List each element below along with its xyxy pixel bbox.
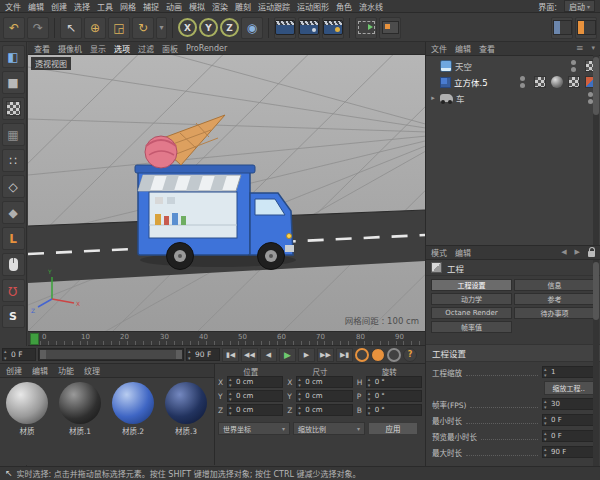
material-item[interactable]: 材质.3 [162, 382, 210, 436]
tab-info[interactable]: 信息 [514, 279, 595, 291]
viewport-canvas[interactable]: Y X Z 透视视图 网格间距 : 100 cm [28, 55, 425, 331]
mat-menu-create[interactable]: 创建 [6, 365, 22, 376]
mat-menu-edit[interactable]: 编辑 [32, 365, 48, 376]
material-preview-sphere[interactable] [165, 382, 207, 424]
render-view-button[interactable] [274, 17, 296, 39]
filter-menu-icon[interactable]: ≡ [576, 44, 584, 53]
help-button[interactable]: ? [403, 348, 417, 362]
view-label[interactable]: 透视视图 [31, 57, 71, 70]
render-settings-button[interactable] [322, 17, 344, 39]
vp-menu-panel[interactable]: 面板 [162, 43, 178, 54]
previous-key-button[interactable] [241, 348, 258, 362]
range-grip-right[interactable] [176, 350, 182, 359]
menu-motion-tracker[interactable]: 运动跟踪 [258, 1, 290, 12]
next-key-button[interactable] [317, 348, 334, 362]
menu-simulate[interactable]: 模拟 [189, 1, 205, 12]
live-selection-button[interactable] [60, 17, 82, 39]
range-grip-left[interactable] [40, 350, 46, 359]
material-item[interactable]: 材质.2 [109, 382, 157, 436]
visibility-dots[interactable] [571, 60, 576, 72]
current-frame-field[interactable]: 0 F [2, 348, 36, 361]
om-menu-file[interactable]: 文件 [431, 43, 447, 54]
coord-system-select[interactable]: 世界坐标 [218, 422, 290, 435]
position-y-field[interactable]: 0 cm [227, 390, 283, 402]
sound-toggle-button[interactable] [387, 348, 401, 362]
object-row-car[interactable]: 车 [426, 90, 600, 106]
attributes-scrollbar[interactable] [593, 260, 599, 466]
tab-dynamics[interactable]: 动力学 [431, 293, 512, 305]
mode-menu[interactable]: 模式 [431, 247, 447, 258]
make-editable-button[interactable] [2, 45, 25, 68]
size-z-field[interactable]: 0 cm [296, 404, 352, 416]
menu-file[interactable]: 文件 [5, 1, 21, 12]
material-preview-sphere[interactable] [112, 382, 154, 424]
menu-snap[interactable]: 捕捉 [143, 1, 159, 12]
layout-a-button[interactable] [551, 17, 573, 39]
project-scale-field[interactable]: 1 [542, 366, 594, 378]
om-menu-edit[interactable]: 编辑 [455, 43, 471, 54]
rotation-h-field[interactable]: 0 ° [366, 376, 422, 388]
position-z-field[interactable]: 0 cm [227, 404, 283, 416]
layout-b-button[interactable] [575, 17, 597, 39]
menu-tools[interactable]: 工具 [97, 1, 113, 12]
previous-frame-button[interactable] [260, 348, 277, 362]
texture-tag-icon[interactable] [534, 76, 546, 88]
scrollbar-thumb[interactable] [593, 57, 599, 115]
expand-arrow-icon[interactable] [429, 95, 437, 102]
material-preview-sphere[interactable] [6, 382, 48, 424]
menu-edit[interactable]: 编辑 [28, 1, 44, 12]
menu-mesh[interactable]: 网格 [120, 1, 136, 12]
object-row-cube[interactable]: 立方体.5 [426, 74, 600, 90]
rotate-tool-button[interactable] [132, 17, 154, 39]
scale-mode-select[interactable]: 缩放比例 [293, 422, 365, 435]
lock-x-axis-button[interactable]: X [178, 18, 197, 37]
menu-sculpt[interactable]: 雕刻 [235, 1, 251, 12]
menu-create[interactable]: 创建 [51, 1, 67, 12]
vp-menu-camera[interactable]: 摄像机 [58, 43, 82, 54]
edges-mode-button[interactable] [2, 175, 25, 198]
model-mode-button[interactable] [2, 71, 25, 94]
forward-arrow-icon[interactable] [575, 249, 580, 256]
lock-y-axis-button[interactable]: Y [199, 18, 218, 37]
points-mode-button[interactable] [2, 149, 25, 172]
section-project-settings[interactable]: 工程设置 [426, 344, 600, 362]
back-arrow-icon[interactable] [561, 249, 566, 256]
timeline-range-slider[interactable] [38, 348, 184, 361]
tab-framerate[interactable]: 帧率值 [431, 321, 512, 333]
vp-menu-display[interactable]: 显示 [90, 43, 106, 54]
object-manager-scrollbar[interactable] [593, 55, 599, 245]
min-time-field[interactable]: 0 F [542, 414, 594, 426]
render-queue-button[interactable] [379, 17, 401, 39]
texture-tag-icon[interactable] [568, 76, 580, 88]
material-item[interactable]: 材质 [3, 382, 51, 436]
vp-menu-options[interactable]: 选项 [114, 43, 130, 54]
goto-end-button[interactable] [336, 348, 353, 362]
visibility-dots[interactable] [520, 76, 525, 88]
polygons-mode-button[interactable] [2, 201, 25, 224]
phong-tag-icon[interactable] [551, 76, 563, 88]
viewport-solo-button[interactable] [2, 253, 25, 276]
texture-mode-button[interactable] [2, 97, 25, 120]
mat-menu-function[interactable]: 功能 [58, 365, 74, 376]
redo-button[interactable] [27, 17, 49, 39]
undo-button[interactable] [3, 17, 25, 39]
tab-project-settings[interactable]: 工程设置 [431, 279, 512, 291]
menu-pipeline[interactable]: 流水线 [359, 1, 383, 12]
size-x-field[interactable]: 0 cm [296, 376, 352, 388]
scale-tool-button[interactable] [108, 17, 130, 39]
fps-field[interactable]: 30 [542, 398, 594, 410]
render-picture-viewer-button[interactable] [298, 17, 320, 39]
menu-select[interactable]: 选择 [74, 1, 90, 12]
chevron-down-icon[interactable]: ▾ [591, 45, 595, 52]
material-item[interactable]: 材质.1 [56, 382, 104, 436]
tab-referencing[interactable]: 参考 [514, 293, 595, 305]
lock-z-axis-button[interactable]: Z [220, 18, 239, 37]
rotation-p-field[interactable]: 0 ° [366, 390, 422, 402]
object-row-sky[interactable]: 天空 [426, 58, 600, 74]
move-tool-button[interactable] [84, 17, 106, 39]
tab-todo[interactable]: 待办事项 [514, 307, 595, 319]
vp-menu-filter[interactable]: 过滤 [138, 43, 154, 54]
menu-render[interactable]: 渲染 [212, 1, 228, 12]
max-time-field[interactable]: 90 F [542, 446, 594, 458]
vp-menu-view[interactable]: 查看 [34, 43, 50, 54]
